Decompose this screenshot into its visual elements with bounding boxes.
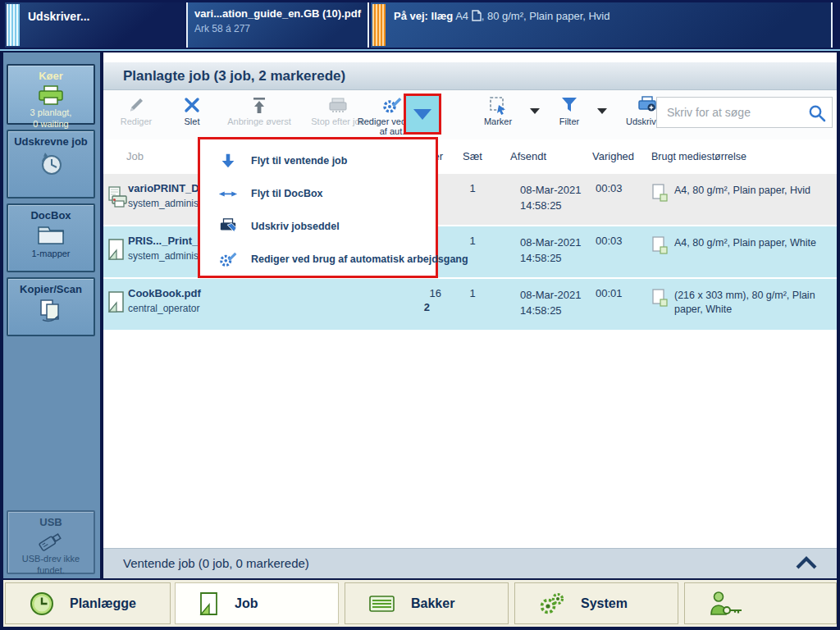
main-tab-bar: Planlægge Job Bakker System [3, 580, 837, 627]
scheduled-jobs-panel: Planlagte job (3 job, 2 markerede) Redig… [103, 52, 837, 578]
docbox-folder-count: 1-mapper [8, 248, 94, 259]
more-actions-dropdown-button[interactable] [404, 94, 441, 135]
printer-status-panel: Udskriver... [5, 2, 185, 48]
media-icon [651, 289, 669, 308]
search-icon[interactable] [807, 103, 827, 123]
sidebar-item-label: DocBox [8, 209, 94, 221]
menu-item-move-to-docbox[interactable]: Flyt til DocBox [200, 177, 436, 210]
sidebar-item-label: Kopier/Scan [8, 283, 94, 295]
next-action-text: På vej: Ilæg A4 , 80 g/m², Plain paper, … [394, 10, 610, 22]
print-now-icon [637, 95, 658, 115]
menu-item-move-to-waiting[interactable]: Flyt til ventende job [200, 144, 436, 177]
move-horizontal-icon [218, 186, 238, 201]
edit-button: Rediger [112, 94, 161, 138]
sidebar-item-docbox[interactable]: DocBox 1-mapper [7, 203, 95, 272]
tab-job[interactable]: Job [175, 582, 339, 624]
queue-count-line2: 0 waiting [8, 118, 94, 130]
printer-status-text: Udskriver... [28, 10, 90, 23]
job-pages: 16 [399, 287, 448, 299]
job-submitted: 08-Mar-2021 14:58:25 [497, 182, 591, 225]
folder-icon [36, 224, 66, 247]
job-media: A4, 80 g/m², Plain paper, Hvid [648, 182, 837, 225]
paper-tray-icon [368, 594, 396, 614]
job-duration: 00:01 [591, 287, 648, 330]
pencil-icon [126, 95, 146, 115]
panel-title: Planlagte job (3 job, 2 markerede) [123, 68, 345, 84]
sidebar-item-label: USB [8, 516, 94, 528]
sidebar-item-label: Køer [8, 70, 94, 82]
search-input[interactable] [665, 98, 803, 127]
copy-scan-icon [37, 298, 65, 322]
more-actions-menu: Flyt til ventende job Flyt til DocBox Ud… [198, 137, 438, 278]
job-name: CookBook.pdf [128, 287, 399, 299]
usb-status-line1: USB-drev ikke [8, 553, 94, 564]
sidebar-item-koer[interactable]: Køer 3 planlagt, 0 waiting [7, 64, 95, 125]
menu-item-print-job-ticket[interactable]: Udskriv jobseddel [200, 210, 436, 243]
move-down-icon [219, 152, 237, 170]
chevron-up-icon[interactable] [794, 555, 819, 570]
next-media-size: A4 [455, 10, 468, 22]
marker-dropdown-caret[interactable] [530, 108, 540, 114]
stop-after-job-icon [327, 96, 349, 114]
filter-button[interactable]: Filter [548, 94, 591, 138]
delete-button[interactable]: Slet [171, 94, 213, 138]
marker-button[interactable]: Marker [472, 94, 523, 138]
media-icon [651, 184, 669, 203]
page-icon [472, 10, 482, 21]
delete-x-icon [183, 96, 201, 114]
jobs-toolbar: Rediger Slet Anbringe øverst Stop efter … [103, 90, 837, 139]
queue-count-line1: 3 planlagt, [8, 107, 94, 118]
column-header-submitted: Afsendt [497, 148, 591, 164]
job-submitted: 08-Mar-2021 14:58:25 [497, 287, 591, 330]
sidebar: Køer 3 planlagt, 0 waiting Udskrevne job… [3, 52, 100, 578]
job-row-cookbook[interactable]: CookBook.pdf central_operator 16 2 1 08-… [103, 279, 837, 330]
marker-select-icon [487, 94, 509, 116]
job-pages-sub: 2 [399, 301, 448, 313]
sidebar-item-udskrevne-job[interactable]: Udskrevne job [7, 130, 95, 199]
move-to-top-button: Anbringe øverst [220, 94, 299, 138]
column-header-media: Brugt mediestørrelse [648, 148, 837, 164]
next-action-panel: På vej: Ilæg A4 , 80 g/m², Plain paper, … [371, 2, 833, 48]
job-duration: 00:03 [591, 182, 648, 225]
job-sets: 1 [448, 182, 497, 225]
move-to-top-icon [249, 95, 269, 115]
current-job-panel: vari...ation_guide_en.GB (10).pdf Ark 58… [186, 2, 369, 48]
system-gears-icon [538, 591, 566, 616]
printing-activity-stripe-icon [7, 4, 20, 46]
column-header-duration: Varighed [591, 150, 648, 162]
job-media: (216 x 303 mm), 80 g/m², Plain paper, Wh… [648, 287, 837, 330]
waiting-jobs-title: Ventende job (0 job, 0 markerede) [123, 556, 309, 570]
tab-system[interactable]: System [514, 582, 678, 624]
document-job-icon [107, 238, 127, 261]
job-media: A4, 80 g/m², Plain paper, White [648, 235, 837, 277]
search-box [656, 97, 833, 128]
job-document-icon [199, 591, 220, 616]
schedule-clock-icon [29, 591, 55, 617]
status-topbar: Udskriver... vari...ation_guide_en.GB (1… [0, 0, 840, 51]
printer-icon [36, 84, 66, 106]
tab-bakker[interactable]: Bakker [345, 582, 509, 624]
job-submitted: 08-Mar-2021 14:58:25 [497, 235, 591, 277]
waiting-jobs-bar: Ventende job (0 job, 0 markerede) [103, 548, 837, 578]
tab-operator-login[interactable] [684, 582, 837, 624]
gear-pencil-icon [381, 95, 403, 115]
operator-key-icon [708, 591, 744, 617]
job-sets: 1 [448, 287, 497, 330]
menu-item-edit-auto-workflow[interactable]: Rediger ved brug af automatisk arbejdsga… [200, 243, 436, 276]
usb-drive-icon [34, 531, 67, 552]
panel-title-bar: Planlagte job (3 job, 2 markerede) [103, 62, 837, 90]
next-action-bold: På vej: Ilæg [394, 10, 453, 22]
media-icon [651, 236, 669, 256]
usb-status-line2: fundet. [8, 564, 94, 576]
filter-dropdown-caret[interactable] [597, 108, 607, 114]
sidebar-item-kopier-scan[interactable]: Kopier/Scan [7, 277, 95, 336]
filter-funnel-icon [559, 95, 579, 115]
gear-pencil-icon [218, 250, 238, 268]
tab-planlaegge[interactable]: Planlægge [5, 582, 171, 624]
chevron-down-icon [413, 109, 431, 120]
job-owner: central_operator [128, 303, 399, 314]
history-icon [37, 150, 65, 178]
current-job-name: vari...ation_guide_en.GB (10).pdf [194, 7, 361, 20]
sheet-progress-text: Ark 58 á 277 [194, 23, 250, 34]
job-duration: 00:03 [591, 235, 648, 277]
